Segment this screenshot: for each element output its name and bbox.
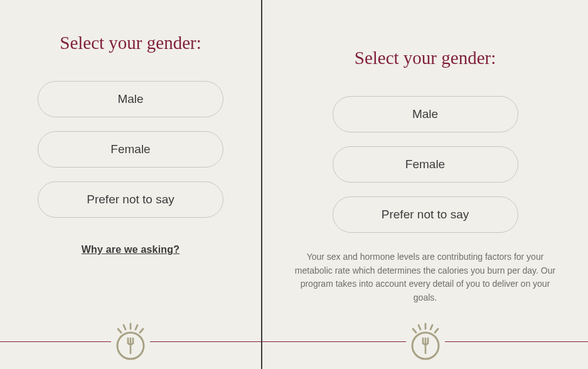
fork-badge-icon: [406, 322, 445, 361]
page-title: Select your gender:: [60, 33, 201, 53]
option-prefer-not-to-say[interactable]: Prefer not to say: [333, 196, 518, 233]
svg-line-2: [136, 325, 137, 329]
gender-select-panel-expanded: Select your gender: Male Female Prefer n…: [262, 0, 588, 369]
option-female[interactable]: Female: [38, 131, 223, 168]
why-asking-link[interactable]: Why are we asking?: [82, 244, 180, 255]
svg-line-12: [430, 325, 432, 329]
explanation-text: Your sex and hormone levels are contribu…: [287, 250, 564, 305]
option-prefer-not-to-say[interactable]: Prefer not to say: [38, 181, 223, 218]
gender-options: Male Female Prefer not to say: [333, 96, 518, 233]
option-male[interactable]: Male: [38, 81, 223, 117]
svg-line-1: [124, 325, 126, 329]
svg-line-3: [118, 329, 121, 333]
option-male[interactable]: Male: [333, 96, 518, 132]
option-female[interactable]: Female: [333, 146, 518, 183]
fork-badge-icon: [111, 322, 150, 361]
gender-select-panel-collapsed: Select your gender: Male Female Prefer n…: [0, 0, 262, 369]
gender-options: Male Female Prefer not to say: [38, 81, 223, 218]
svg-line-4: [140, 329, 143, 333]
svg-line-14: [435, 329, 438, 333]
svg-line-11: [419, 325, 420, 329]
svg-line-13: [413, 329, 416, 333]
page-title: Select your gender:: [355, 48, 496, 68]
